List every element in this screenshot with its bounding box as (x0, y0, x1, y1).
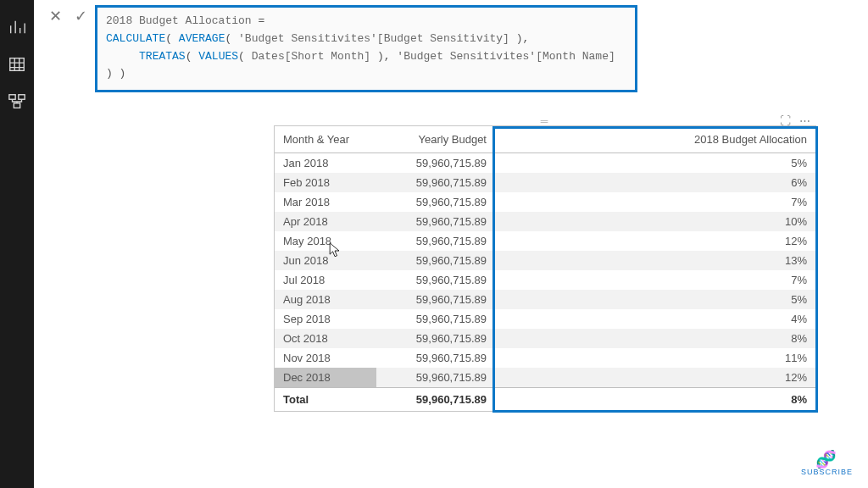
table-row[interactable]: Sep 201859,960,715.894% (275, 309, 815, 329)
cell-budget: 59,960,715.89 (376, 309, 495, 329)
table-row[interactable]: Dec 201859,960,715.8912% (275, 368, 815, 388)
cell-budget: 59,960,715.89 (376, 270, 495, 290)
cell-month: Jun 2018 (275, 251, 376, 270)
formula-commit-button[interactable]: ✓ (70, 5, 92, 27)
cell-month: Aug 2018 (275, 290, 376, 309)
visual-drag-handle[interactable]: ═ (275, 116, 815, 126)
model-view-icon[interactable] (5, 90, 29, 114)
more-options-icon[interactable]: ⋯ (799, 114, 810, 127)
view-sidebar (0, 0, 34, 488)
cell-allocation: 7% (495, 192, 815, 212)
total-budget: 59,960,715.89 (376, 388, 495, 412)
table-row[interactable]: Jul 201859,960,715.897% (275, 270, 815, 290)
cell-month: Jul 2018 (275, 270, 376, 290)
svg-rect-3 (14, 103, 19, 108)
cell-allocation: 12% (495, 368, 815, 388)
cell-allocation: 5% (495, 153, 815, 174)
cell-allocation: 8% (495, 329, 815, 348)
total-allocation: 8% (495, 388, 815, 412)
cell-budget: 59,960,715.89 (376, 368, 495, 388)
cell-allocation: 13% (495, 251, 815, 270)
cell-month: Jan 2018 (275, 153, 376, 174)
cell-allocation: 6% (495, 173, 815, 192)
col-header-month[interactable]: Month & Year (275, 126, 376, 153)
cell-allocation: 10% (495, 212, 815, 231)
cell-month: Mar 2018 (275, 192, 376, 212)
cell-month: May 2018 (275, 231, 376, 251)
cell-budget: 59,960,715.89 (376, 192, 495, 212)
cell-budget: 59,960,715.89 (376, 348, 495, 368)
cell-month: Apr 2018 (275, 212, 376, 231)
cell-month: Sep 2018 (275, 309, 376, 329)
table-row[interactable]: Oct 201859,960,715.898% (275, 329, 815, 348)
cell-month: Oct 2018 (275, 329, 376, 348)
table-total-row: Total 59,960,715.89 8% (275, 388, 815, 412)
svg-rect-0 (10, 58, 25, 71)
table-row[interactable]: Nov 201859,960,715.8911% (275, 348, 815, 368)
cell-allocation: 7% (495, 270, 815, 290)
formula-cancel-button[interactable]: ✕ (44, 5, 66, 27)
cell-allocation: 5% (495, 290, 815, 309)
table-row[interactable]: May 201859,960,715.8912% (275, 231, 815, 251)
table-row[interactable]: Mar 201859,960,715.897% (275, 192, 815, 212)
formula-bar[interactable]: 2018 Budget Allocation = CALCULATE( AVER… (95, 5, 637, 92)
col-header-allocation[interactable]: 2018 Budget Allocation (495, 126, 815, 153)
cell-month: Nov 2018 (275, 348, 376, 368)
table-row[interactable]: Jan 201859,960,715.895% (275, 153, 815, 174)
cell-budget: 59,960,715.89 (376, 251, 495, 270)
subscribe-watermark: 🧬 SUBSCRIBE (801, 451, 853, 476)
cell-allocation: 4% (495, 309, 815, 329)
table-row[interactable]: Aug 201859,960,715.895% (275, 290, 815, 309)
dna-icon: 🧬 (801, 451, 853, 468)
cell-month: Feb 2018 (275, 173, 376, 192)
subscribe-label: SUBSCRIBE (801, 468, 853, 476)
cell-month: Dec 2018 (275, 368, 376, 388)
table-header-row: Month & Year Yearly Budget 2018 Budget A… (275, 126, 815, 153)
report-view-icon[interactable] (5, 15, 29, 39)
cell-budget: 59,960,715.89 (376, 290, 495, 309)
svg-rect-1 (9, 95, 15, 100)
measure-name: 2018 Budget Allocation (106, 14, 252, 27)
table-visual[interactable]: ═ ⛶ ⋯ Month & Year Yearly Budget 2018 Bu… (274, 125, 816, 412)
cell-budget: 59,960,715.89 (376, 212, 495, 231)
total-label: Total (275, 388, 376, 412)
table-row[interactable]: Jun 201859,960,715.8913% (275, 251, 815, 270)
table-body: Jan 201859,960,715.895%Feb 201859,960,71… (275, 153, 815, 388)
report-canvas[interactable]: ✕ ✓ 2018 Budget Allocation = CALCULATE( … (34, 0, 868, 488)
cell-budget: 59,960,715.89 (376, 173, 495, 192)
cell-budget: 59,960,715.89 (376, 231, 495, 251)
table-row[interactable]: Apr 201859,960,715.8910% (275, 212, 815, 231)
cell-allocation: 11% (495, 348, 815, 368)
cell-budget: 59,960,715.89 (376, 153, 495, 174)
cell-allocation: 12% (495, 231, 815, 251)
table-row[interactable]: Feb 201859,960,715.896% (275, 173, 815, 192)
focus-mode-icon[interactable]: ⛶ (780, 114, 791, 127)
data-view-icon[interactable] (5, 53, 29, 76)
col-header-budget[interactable]: Yearly Budget (376, 126, 495, 153)
svg-rect-2 (19, 95, 25, 100)
cell-budget: 59,960,715.89 (376, 329, 495, 348)
